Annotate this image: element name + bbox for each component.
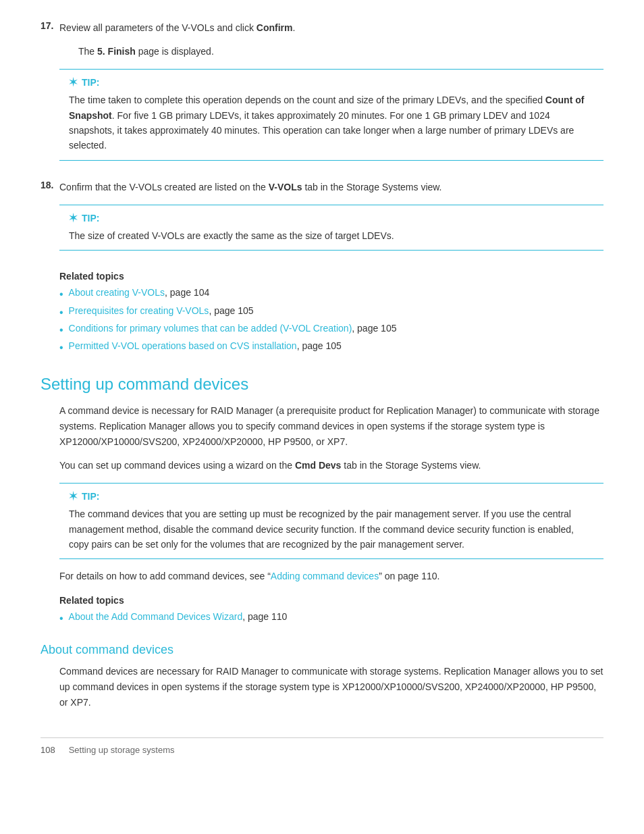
related-1-link-2[interactable]: Prerequisites for creating V-VOLs: [69, 305, 209, 316]
step-17-before: Review all parameters of the V-VOLs and …: [59, 22, 257, 33]
related-1-item-4: Permitted V-VOL operations based on CVS …: [69, 340, 342, 351]
bullet-icon: •: [59, 611, 63, 626]
para3-link[interactable]: Adding command devices: [271, 571, 379, 581]
para2-bold: Cmd Devs: [295, 460, 341, 471]
footer-section-label: Setting up storage systems: [69, 745, 175, 755]
related-topics-2-list: • About the Add Command Devices Wizard, …: [59, 611, 603, 626]
step-18-after: tab in the Storage Systems view.: [302, 182, 442, 192]
step-18-before: Confirm that the V-VOLs created are list…: [59, 182, 269, 192]
list-item: • About the Add Command Devices Wizard, …: [59, 611, 603, 626]
footer: 108 Setting up storage systems: [41, 737, 603, 755]
tip-2-header: ✶ TIP:: [69, 212, 594, 224]
related-1-item-3: Conditions for primary volumes that can …: [69, 323, 397, 334]
section-about-para: Command devices are necessary for RAID M…: [59, 664, 603, 710]
section-about-title: About command devices: [41, 643, 603, 657]
related-topics-2-heading: Related topics: [59, 595, 603, 606]
tip-2-body: The size of created V-VOLs are exactly t…: [69, 228, 594, 243]
tip-3-icon: ✶: [69, 490, 78, 502]
para2-before: You can set up command devices using a w…: [59, 460, 295, 471]
tip-1-label: TIP:: [82, 77, 99, 88]
step-18-text: Confirm that the V-VOLs created are list…: [59, 180, 603, 195]
related-1-link-4[interactable]: Permitted V-VOL operations based on CVS …: [69, 340, 297, 351]
tip-box-3: ✶ TIP: The command devices that you are …: [59, 483, 603, 559]
step-17-after: .: [292, 22, 295, 33]
section-command-title: Setting up command devices: [41, 375, 603, 394]
step-18-bold: V-VOLs: [269, 182, 302, 192]
step-17-bold: Confirm: [257, 22, 293, 33]
section-command-body: A command device is necessary for RAID M…: [41, 403, 603, 627]
related-1-link-1[interactable]: About creating V-VOLs: [69, 287, 165, 298]
related-2-link-1[interactable]: About the Add Command Devices Wizard: [69, 611, 243, 622]
step-18-number: 18.: [41, 180, 59, 260]
step-17-content: Review all parameters of the V-VOLs and …: [59, 20, 603, 170]
related-topics-1-heading: Related topics: [59, 271, 603, 282]
step-17-number: 17.: [41, 20, 59, 170]
tip-box-1: ✶ TIP: The time taken to complete this o…: [59, 69, 603, 161]
para2-after: tab in the Storage Systems view.: [341, 460, 481, 471]
list-item: • Conditions for primary volumes that ca…: [59, 323, 603, 338]
related-1-item-2: Prerequisites for creating V-VOLs, page …: [69, 305, 254, 316]
tip-3-body: The command devices that you are setting…: [69, 506, 594, 552]
step-17-sub-after: page is displayed.: [136, 46, 214, 57]
tip-box-2: ✶ TIP: The size of created V-VOLs are ex…: [59, 205, 603, 251]
bullet-icon: •: [59, 287, 63, 302]
related-topics-1-list: • About creating V-VOLs, page 104 • Prer…: [59, 287, 603, 356]
section-about-body: Command devices are necessary for RAID M…: [41, 664, 603, 710]
section-command-para1: A command device is necessary for RAID M…: [59, 403, 603, 450]
para3-after: ” on page 110.: [379, 571, 439, 581]
list-item: • About creating V-VOLs, page 104: [59, 287, 603, 302]
step-18-content: Confirm that the V-VOLs created are list…: [59, 180, 603, 260]
tip-2-icon: ✶: [69, 212, 78, 224]
step-17-text: Review all parameters of the V-VOLs and …: [59, 20, 603, 36]
tip-1-header: ✶ TIP:: [69, 76, 594, 88]
related-2-item-1: About the Add Command Devices Wizard, pa…: [69, 611, 288, 622]
footer-page-number: 108: [41, 745, 55, 755]
step-18: 18. Confirm that the V-VOLs created are …: [41, 180, 603, 260]
related-1-item-1: About creating V-VOLs, page 104: [69, 287, 210, 298]
tip-3-label: TIP:: [82, 491, 99, 502]
bullet-icon: •: [59, 340, 63, 355]
section-command-para2: You can set up command devices using a w…: [59, 458, 603, 473]
tip-1-icon: ✶: [69, 76, 78, 88]
step-17-subtext: The 5. Finish page is displayed.: [59, 44, 603, 59]
tip-2-label: TIP:: [82, 213, 99, 224]
step-17: 17. Review all parameters of the V-VOLs …: [41, 20, 603, 170]
tip-1-body: The time taken to complete this operatio…: [69, 93, 594, 153]
step-17-sub-before: The: [78, 46, 97, 57]
bullet-icon: •: [59, 305, 63, 320]
step-17-sub-bold: 5. Finish: [97, 46, 136, 57]
bullet-icon: •: [59, 323, 63, 338]
tip-3-header: ✶ TIP:: [69, 490, 594, 502]
related-1-link-3[interactable]: Conditions for primary volumes that can …: [69, 323, 352, 334]
related-topics-1: Related topics • About creating V-VOLs, …: [41, 271, 603, 356]
section-command-para3: For details on how to add command device…: [59, 569, 603, 584]
list-item: • Prerequisites for creating V-VOLs, pag…: [59, 305, 603, 320]
para3-before: For details on how to add command device…: [59, 571, 271, 581]
list-item: • Permitted V-VOL operations based on CV…: [59, 340, 603, 355]
